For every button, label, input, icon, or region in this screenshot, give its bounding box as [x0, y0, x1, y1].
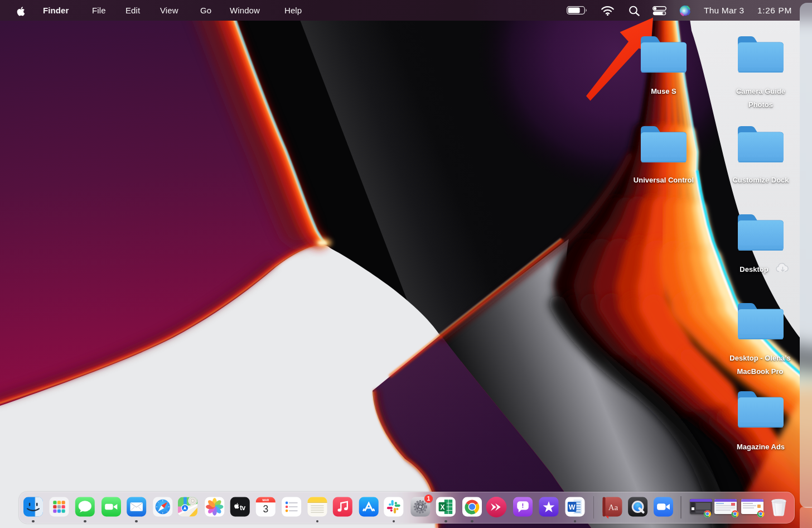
svg-text:Aa: Aa: [608, 503, 618, 512]
